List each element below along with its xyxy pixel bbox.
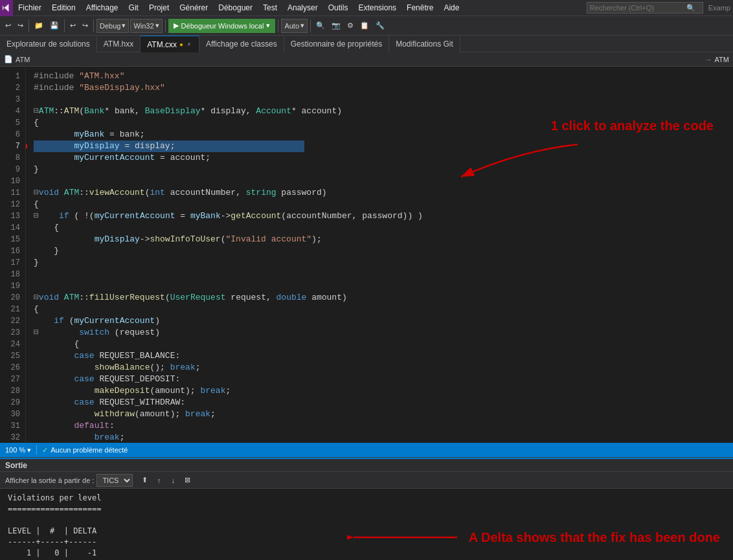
tab-gestionnaire[interactable]: Gestionnaire de propriétés xyxy=(284,36,389,52)
auto-label: Auto xyxy=(284,22,299,30)
toolbar-separator-5 xyxy=(278,19,278,32)
menu-extensions[interactable]: Extensions xyxy=(353,0,401,16)
menu-debogueur[interactable]: Déboguer xyxy=(213,0,258,16)
breadcrumb-arrow: → xyxy=(705,56,712,63)
ok-icon: ✓ xyxy=(42,446,48,454)
line-num-24: 24 xyxy=(8,339,20,350)
menu-items: Fichier Edition Affichage Git Projet Gén… xyxy=(13,0,464,16)
menu-outils[interactable]: Outils xyxy=(323,0,354,16)
redo-button[interactable]: ↪ xyxy=(15,18,26,34)
line-num-13: 13 xyxy=(8,210,20,222)
code-line-8: myCurrentAccount = account; xyxy=(34,152,733,164)
line-num-11: 11 xyxy=(8,187,20,199)
output-scroll-up-button[interactable]: ↑ xyxy=(152,474,165,487)
line-num-21: 21 xyxy=(8,304,20,315)
line-num-1: 1 xyxy=(8,71,20,82)
code-line-25: case REQUEST_BALANCE: xyxy=(34,350,733,362)
main-container: 📄 ATM → ATM 1 2 3 4 5 6 7 8 xyxy=(0,52,733,560)
menu-edition[interactable]: Edition xyxy=(47,0,81,16)
code-line-13: ⊟ if ( !(myCurrentAccount = myBank->getA… xyxy=(34,210,733,222)
output-panel-header: Sortie xyxy=(0,458,733,472)
auto-dropdown[interactable]: Auto ▾ xyxy=(281,19,308,33)
code-line-6: myBank = bank; xyxy=(34,129,733,140)
code-container: 1 2 3 4 5 6 7 8 9 10 11 12 13 14 15 16 1 xyxy=(0,67,733,443)
toolbar-btn-1[interactable]: 🔍 xyxy=(313,18,328,34)
output-source-select[interactable]: TICS xyxy=(96,474,133,487)
code-line-24: { xyxy=(34,339,733,350)
code-line-31: default: xyxy=(34,420,733,432)
toolbar: ↩ ↪ 📁 💾 ↩ ↪ Debug ▾ Win32 ▾ ▶ Débogueur … xyxy=(0,16,733,36)
code-line-32: break; xyxy=(34,432,733,443)
toolbar-separator-2 xyxy=(64,19,65,32)
tab-affichage-classes[interactable]: Affichage de classes xyxy=(199,36,284,52)
line-num-7: 7 xyxy=(8,140,20,152)
menu-fenetre[interactable]: Fenêtre xyxy=(401,0,438,16)
breadcrumb-filename: ATM xyxy=(16,56,30,63)
menu-generer[interactable]: Générer xyxy=(174,0,213,16)
example-text: Examp xyxy=(706,4,733,12)
tab-atm-hxx[interactable]: ATM.hxx xyxy=(97,36,141,52)
code-line-20: ⊟void ATM::fillUserRequest(UserRequest r… xyxy=(34,292,733,304)
menu-projet[interactable]: Projet xyxy=(144,0,174,16)
tab-explorateur-label: Explorateur de solutions xyxy=(6,39,90,49)
debug-start-button[interactable]: ▶ Débogueur Windows local ▾ xyxy=(168,19,276,33)
code-line-28: makeDeposit(amount); break; xyxy=(34,385,733,397)
code-line-14: { xyxy=(34,222,733,234)
code-line-30: withdraw(amount); break; xyxy=(34,409,733,420)
config-dropdown[interactable]: Debug ▾ xyxy=(96,19,129,33)
platform-dropdown[interactable]: Win32 ▾ xyxy=(130,19,162,33)
line-num-17: 17 xyxy=(8,257,20,269)
output-source-label: Afficher la sortie à partir de : xyxy=(5,476,94,484)
menu-affichage[interactable]: Affichage xyxy=(81,0,124,16)
tab-modifications-git[interactable]: Modifications Git xyxy=(389,36,460,52)
redo2-button[interactable]: ↪ xyxy=(80,18,91,34)
toolbar-separator-6 xyxy=(310,19,311,32)
no-problems-text: Aucun problème détecté xyxy=(51,446,128,454)
output-panel: Sortie Afficher la sortie à partir de : … xyxy=(0,457,733,560)
undo2-button[interactable]: ↩ xyxy=(67,18,78,34)
code-line-26: showBalance(); break; xyxy=(34,362,733,374)
menu-test[interactable]: Test xyxy=(258,0,282,16)
code-line-11: ⊟void ATM::viewAccount(int accountNumber… xyxy=(34,187,733,199)
tab-modified-icon: ● xyxy=(179,41,183,48)
search-input[interactable] xyxy=(587,4,684,12)
toolbar-btn-5[interactable]: 🔧 xyxy=(373,18,387,34)
code-line-17: } xyxy=(34,257,733,269)
line-num-18: 18 xyxy=(8,269,20,280)
menu-fichier[interactable]: Fichier xyxy=(13,0,47,16)
status-separator xyxy=(36,445,37,454)
line-num-25: 25 xyxy=(8,350,20,362)
no-problems-status: ✓ Aucun problème détecté xyxy=(42,446,128,454)
save-button[interactable]: 💾 xyxy=(47,18,62,34)
menu-analyser[interactable]: Analyser xyxy=(282,0,323,16)
line-num-19: 19 xyxy=(8,280,20,292)
tab-gestionnaire-label: Gestionnaire de propriétés xyxy=(291,39,382,49)
toolbar-btn-2[interactable]: 📷 xyxy=(329,18,343,34)
zoom-arrow: ▾ xyxy=(27,446,31,454)
code-content[interactable]: #include "ATM.hxx" #include "BaseDisplay… xyxy=(26,67,733,443)
code-area-wrapper: 1 2 3 4 5 6 7 8 9 10 11 12 13 14 15 16 1 xyxy=(0,67,733,443)
line-num-12: 12 xyxy=(8,199,20,210)
line-num-10: 10 xyxy=(8,175,20,187)
menu-bar: Fichier Edition Affichage Git Projet Gén… xyxy=(0,0,733,16)
output-scroll-down-button[interactable]: ↓ xyxy=(166,474,179,487)
tab-close-button[interactable]: × xyxy=(186,40,192,49)
line-num-26: 26 xyxy=(8,362,20,374)
undo-button[interactable]: ↩ xyxy=(3,18,14,34)
app-logo xyxy=(0,0,13,16)
toolbar-separator-3 xyxy=(93,19,94,32)
menu-aide[interactable]: Aide xyxy=(438,0,464,16)
tab-explorateur[interactable]: Explorateur de solutions xyxy=(0,36,97,52)
output-clear-button[interactable]: ⊠ xyxy=(181,474,194,487)
line-num-31: 31 xyxy=(8,420,20,432)
tab-atm-cxx-label: ATM.cxx xyxy=(147,40,177,49)
platform-label: Win32 xyxy=(133,22,153,30)
toolbar-btn-3[interactable]: ⚙ xyxy=(344,18,356,34)
search-box[interactable]: 🔍 xyxy=(587,2,703,14)
line-num-32: 32 xyxy=(8,432,20,443)
menu-git[interactable]: Git xyxy=(124,0,144,16)
tab-atm-cxx[interactable]: ATM.cxx ● × xyxy=(141,36,199,52)
output-scroll-top-button[interactable]: ⬆ xyxy=(138,474,151,487)
toolbar-btn-4[interactable]: 📋 xyxy=(357,18,372,34)
open-button[interactable]: 📁 xyxy=(32,18,46,34)
